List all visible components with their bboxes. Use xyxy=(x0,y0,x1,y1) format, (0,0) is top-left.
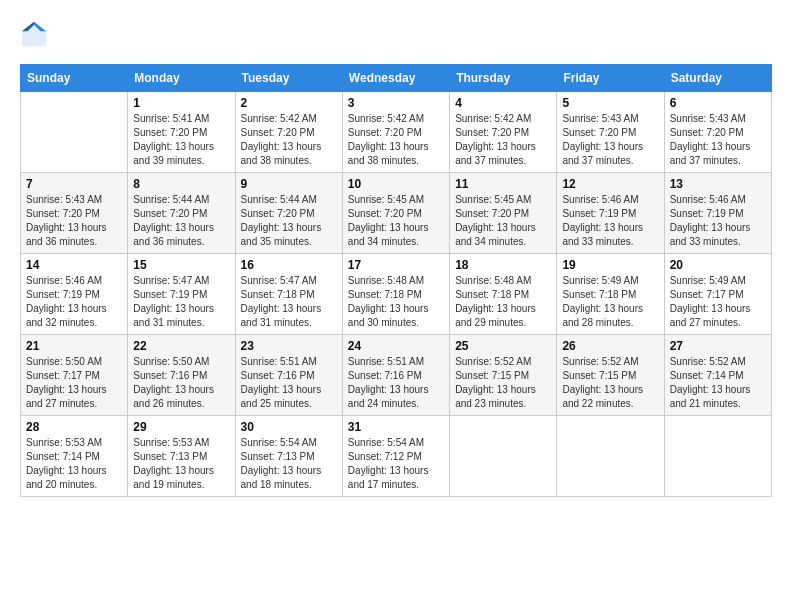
day-number: 16 xyxy=(241,258,337,272)
calendar-cell: 13Sunrise: 5:46 AMSunset: 7:19 PMDayligh… xyxy=(664,173,771,254)
day-info: Sunrise: 5:46 AMSunset: 7:19 PMDaylight:… xyxy=(26,274,122,330)
calendar-cell: 12Sunrise: 5:46 AMSunset: 7:19 PMDayligh… xyxy=(557,173,664,254)
day-number: 5 xyxy=(562,96,658,110)
calendar-cell: 20Sunrise: 5:49 AMSunset: 7:17 PMDayligh… xyxy=(664,254,771,335)
day-info: Sunrise: 5:53 AMSunset: 7:14 PMDaylight:… xyxy=(26,436,122,492)
day-number: 2 xyxy=(241,96,337,110)
calendar-cell: 6Sunrise: 5:43 AMSunset: 7:20 PMDaylight… xyxy=(664,92,771,173)
day-info: Sunrise: 5:54 AMSunset: 7:12 PMDaylight:… xyxy=(348,436,444,492)
calendar-week-row: 21Sunrise: 5:50 AMSunset: 7:17 PMDayligh… xyxy=(21,335,772,416)
calendar-week-row: 1Sunrise: 5:41 AMSunset: 7:20 PMDaylight… xyxy=(21,92,772,173)
day-number: 3 xyxy=(348,96,444,110)
day-number: 20 xyxy=(670,258,766,272)
day-number: 18 xyxy=(455,258,551,272)
day-info: Sunrise: 5:44 AMSunset: 7:20 PMDaylight:… xyxy=(241,193,337,249)
calendar-cell: 24Sunrise: 5:51 AMSunset: 7:16 PMDayligh… xyxy=(342,335,449,416)
calendar-week-row: 28Sunrise: 5:53 AMSunset: 7:14 PMDayligh… xyxy=(21,416,772,497)
calendar-cell: 31Sunrise: 5:54 AMSunset: 7:12 PMDayligh… xyxy=(342,416,449,497)
day-info: Sunrise: 5:52 AMSunset: 7:15 PMDaylight:… xyxy=(455,355,551,411)
day-number: 11 xyxy=(455,177,551,191)
day-info: Sunrise: 5:42 AMSunset: 7:20 PMDaylight:… xyxy=(241,112,337,168)
calendar-cell: 26Sunrise: 5:52 AMSunset: 7:15 PMDayligh… xyxy=(557,335,664,416)
calendar-cell: 22Sunrise: 5:50 AMSunset: 7:16 PMDayligh… xyxy=(128,335,235,416)
day-number: 14 xyxy=(26,258,122,272)
day-number: 31 xyxy=(348,420,444,434)
page-header xyxy=(20,20,772,48)
column-header-thursday: Thursday xyxy=(450,65,557,92)
column-header-wednesday: Wednesday xyxy=(342,65,449,92)
day-info: Sunrise: 5:46 AMSunset: 7:19 PMDaylight:… xyxy=(670,193,766,249)
day-info: Sunrise: 5:45 AMSunset: 7:20 PMDaylight:… xyxy=(455,193,551,249)
calendar-cell: 25Sunrise: 5:52 AMSunset: 7:15 PMDayligh… xyxy=(450,335,557,416)
day-number: 9 xyxy=(241,177,337,191)
day-info: Sunrise: 5:52 AMSunset: 7:14 PMDaylight:… xyxy=(670,355,766,411)
calendar-cell: 14Sunrise: 5:46 AMSunset: 7:19 PMDayligh… xyxy=(21,254,128,335)
calendar-cell xyxy=(21,92,128,173)
day-number: 24 xyxy=(348,339,444,353)
day-number: 7 xyxy=(26,177,122,191)
calendar-cell: 30Sunrise: 5:54 AMSunset: 7:13 PMDayligh… xyxy=(235,416,342,497)
day-info: Sunrise: 5:51 AMSunset: 7:16 PMDaylight:… xyxy=(348,355,444,411)
day-number: 1 xyxy=(133,96,229,110)
day-number: 25 xyxy=(455,339,551,353)
day-info: Sunrise: 5:49 AMSunset: 7:18 PMDaylight:… xyxy=(562,274,658,330)
logo-icon xyxy=(20,20,48,48)
day-info: Sunrise: 5:51 AMSunset: 7:16 PMDaylight:… xyxy=(241,355,337,411)
day-number: 12 xyxy=(562,177,658,191)
day-info: Sunrise: 5:53 AMSunset: 7:13 PMDaylight:… xyxy=(133,436,229,492)
calendar-week-row: 14Sunrise: 5:46 AMSunset: 7:19 PMDayligh… xyxy=(21,254,772,335)
calendar-cell: 11Sunrise: 5:45 AMSunset: 7:20 PMDayligh… xyxy=(450,173,557,254)
calendar-cell xyxy=(557,416,664,497)
calendar-cell: 9Sunrise: 5:44 AMSunset: 7:20 PMDaylight… xyxy=(235,173,342,254)
day-number: 29 xyxy=(133,420,229,434)
calendar-cell xyxy=(450,416,557,497)
calendar-cell: 4Sunrise: 5:42 AMSunset: 7:20 PMDaylight… xyxy=(450,92,557,173)
day-number: 26 xyxy=(562,339,658,353)
calendar-cell: 21Sunrise: 5:50 AMSunset: 7:17 PMDayligh… xyxy=(21,335,128,416)
day-info: Sunrise: 5:42 AMSunset: 7:20 PMDaylight:… xyxy=(348,112,444,168)
column-header-saturday: Saturday xyxy=(664,65,771,92)
calendar-cell: 27Sunrise: 5:52 AMSunset: 7:14 PMDayligh… xyxy=(664,335,771,416)
calendar-cell: 23Sunrise: 5:51 AMSunset: 7:16 PMDayligh… xyxy=(235,335,342,416)
calendar-cell: 28Sunrise: 5:53 AMSunset: 7:14 PMDayligh… xyxy=(21,416,128,497)
calendar-cell: 5Sunrise: 5:43 AMSunset: 7:20 PMDaylight… xyxy=(557,92,664,173)
day-number: 28 xyxy=(26,420,122,434)
day-info: Sunrise: 5:48 AMSunset: 7:18 PMDaylight:… xyxy=(455,274,551,330)
day-number: 15 xyxy=(133,258,229,272)
day-info: Sunrise: 5:50 AMSunset: 7:17 PMDaylight:… xyxy=(26,355,122,411)
day-info: Sunrise: 5:43 AMSunset: 7:20 PMDaylight:… xyxy=(670,112,766,168)
day-number: 13 xyxy=(670,177,766,191)
column-header-tuesday: Tuesday xyxy=(235,65,342,92)
day-number: 10 xyxy=(348,177,444,191)
column-header-monday: Monday xyxy=(128,65,235,92)
day-info: Sunrise: 5:47 AMSunset: 7:18 PMDaylight:… xyxy=(241,274,337,330)
calendar-cell: 7Sunrise: 5:43 AMSunset: 7:20 PMDaylight… xyxy=(21,173,128,254)
column-header-friday: Friday xyxy=(557,65,664,92)
day-number: 8 xyxy=(133,177,229,191)
day-number: 4 xyxy=(455,96,551,110)
calendar-cell: 17Sunrise: 5:48 AMSunset: 7:18 PMDayligh… xyxy=(342,254,449,335)
calendar-cell xyxy=(664,416,771,497)
day-number: 21 xyxy=(26,339,122,353)
calendar-cell: 2Sunrise: 5:42 AMSunset: 7:20 PMDaylight… xyxy=(235,92,342,173)
calendar-week-row: 7Sunrise: 5:43 AMSunset: 7:20 PMDaylight… xyxy=(21,173,772,254)
day-number: 17 xyxy=(348,258,444,272)
day-info: Sunrise: 5:44 AMSunset: 7:20 PMDaylight:… xyxy=(133,193,229,249)
day-number: 27 xyxy=(670,339,766,353)
day-number: 22 xyxy=(133,339,229,353)
day-info: Sunrise: 5:48 AMSunset: 7:18 PMDaylight:… xyxy=(348,274,444,330)
day-info: Sunrise: 5:47 AMSunset: 7:19 PMDaylight:… xyxy=(133,274,229,330)
day-number: 6 xyxy=(670,96,766,110)
calendar-cell: 16Sunrise: 5:47 AMSunset: 7:18 PMDayligh… xyxy=(235,254,342,335)
svg-marker-0 xyxy=(22,22,46,46)
day-info: Sunrise: 5:54 AMSunset: 7:13 PMDaylight:… xyxy=(241,436,337,492)
calendar-cell: 29Sunrise: 5:53 AMSunset: 7:13 PMDayligh… xyxy=(128,416,235,497)
calendar-header-row: SundayMondayTuesdayWednesdayThursdayFrid… xyxy=(21,65,772,92)
day-info: Sunrise: 5:43 AMSunset: 7:20 PMDaylight:… xyxy=(562,112,658,168)
day-info: Sunrise: 5:43 AMSunset: 7:20 PMDaylight:… xyxy=(26,193,122,249)
day-info: Sunrise: 5:41 AMSunset: 7:20 PMDaylight:… xyxy=(133,112,229,168)
calendar-cell: 8Sunrise: 5:44 AMSunset: 7:20 PMDaylight… xyxy=(128,173,235,254)
day-info: Sunrise: 5:49 AMSunset: 7:17 PMDaylight:… xyxy=(670,274,766,330)
calendar-cell: 19Sunrise: 5:49 AMSunset: 7:18 PMDayligh… xyxy=(557,254,664,335)
day-info: Sunrise: 5:52 AMSunset: 7:15 PMDaylight:… xyxy=(562,355,658,411)
